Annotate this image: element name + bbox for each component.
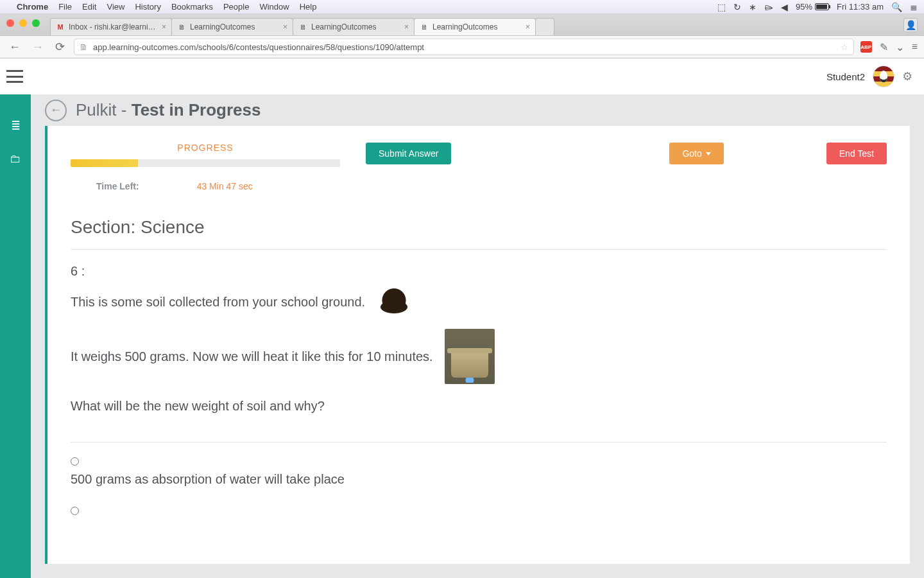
page-favicon-icon: 🗎 — [420, 22, 429, 31]
battery-status[interactable]: 95% — [796, 2, 829, 12]
page-back-button[interactable]: ← — [45, 100, 67, 121]
progress-label: PROGRESS — [71, 143, 340, 153]
end-test-label: End Test — [839, 148, 874, 159]
address-bar[interactable]: 🗎 app.learning-outcomes.com/schools/6/co… — [74, 39, 854, 55]
option-label-1: 500 grams as absorption of water will ta… — [71, 472, 887, 487]
page-title: Pulkit - Test in Progress — [76, 100, 261, 120]
answer-options: 500 grams as absorption of water will ta… — [71, 457, 887, 519]
menu-people[interactable]: People — [223, 2, 249, 12]
spotlight-icon[interactable]: 🔍 — [891, 2, 902, 12]
rail-folder-icon[interactable]: 🗀 — [10, 152, 21, 166]
page-title-bold: Test in Progress — [132, 100, 261, 119]
browser-tab[interactable]: 🗎 LearningOutcomes × — [171, 18, 293, 35]
sidebar-toggle-button[interactable] — [6, 70, 23, 83]
side-rail: ≣ 🗀 — [0, 94, 31, 578]
gmail-favicon-icon: M — [56, 22, 65, 31]
url-text: app.learning-outcomes.com/schools/6/cont… — [93, 42, 835, 52]
tab-title: LearningOutcomes — [432, 22, 522, 31]
menu-window[interactable]: Window — [259, 2, 289, 12]
tab-close-icon[interactable]: × — [162, 22, 166, 31]
nav-reload-button[interactable]: ⟳ — [53, 39, 67, 55]
tab-title: Inbox - rishi.kar@learning- — [69, 22, 158, 31]
question-line-2: It weighs 500 grams. Now we will heat it… — [71, 346, 433, 367]
tab-close-icon[interactable]: × — [283, 22, 287, 31]
volume-icon[interactable]: ◀ — [781, 2, 788, 12]
browser-tab-active[interactable]: 🗎 LearningOutcomes × — [414, 18, 536, 35]
menu-history[interactable]: History — [135, 2, 160, 12]
adblock-extension-icon[interactable]: ABP — [860, 41, 872, 53]
divider — [71, 249, 887, 250]
divider — [71, 442, 887, 442]
submit-answer-button[interactable]: Submit Answer — [366, 143, 451, 164]
wifi-icon[interactable]: ⌲ — [764, 2, 773, 12]
tab-close-icon[interactable]: × — [404, 22, 409, 31]
heating-pot-image — [445, 329, 495, 384]
timemachine-icon[interactable]: ↻ — [733, 2, 741, 12]
progress-bar — [71, 159, 340, 167]
option-radio-1[interactable] — [71, 457, 79, 466]
notification-center-icon[interactable]: ≣ — [910, 2, 918, 12]
browser-tab[interactable]: M Inbox - rishi.kar@learning- × — [50, 18, 172, 35]
progress-fill — [71, 159, 138, 167]
goto-label: Goto — [682, 148, 701, 159]
macos-menubar: Chrome File Edit View History Bookmarks … — [0, 0, 924, 14]
rail-list-icon[interactable]: ≣ — [11, 119, 21, 133]
username-label: Student2 — [826, 71, 865, 82]
menu-view[interactable]: View — [107, 2, 124, 12]
menu-edit[interactable]: Edit — [82, 2, 96, 12]
site-info-icon[interactable]: 🗎 — [80, 42, 88, 52]
question-line-1: This is some soil collected from your sc… — [71, 292, 365, 312]
menu-help[interactable]: Help — [300, 2, 317, 12]
tab-title: LearningOutcomes — [311, 22, 400, 31]
menu-bookmarks[interactable]: Bookmarks — [171, 2, 213, 12]
window-minimize-button[interactable] — [19, 19, 27, 27]
new-tab-button[interactable] — [535, 18, 554, 35]
chrome-toolbar: ← → ⟳ 🗎 app.learning-outcomes.com/school… — [0, 35, 924, 58]
window-zoom-button[interactable] — [32, 19, 40, 27]
goto-dropdown-button[interactable]: Goto — [669, 143, 723, 164]
page-header: ← Pulkit - Test in Progress — [31, 94, 924, 126]
chrome-menu-icon[interactable]: ≡ — [912, 41, 918, 53]
submit-answer-label: Submit Answer — [379, 148, 438, 159]
browser-tab[interactable]: 🗎 LearningOutcomes × — [293, 18, 415, 35]
battery-icon — [815, 3, 829, 10]
nav-forward-button[interactable]: → — [30, 39, 46, 55]
tab-close-icon[interactable]: × — [526, 22, 530, 31]
time-left-value: 43 Min 47 sec — [197, 181, 253, 191]
window-controls — [6, 19, 40, 27]
menu-file[interactable]: File — [58, 2, 72, 12]
evernote-extension-icon[interactable]: ✎ — [880, 41, 888, 53]
end-test-button[interactable]: End Test — [826, 143, 887, 164]
chrome-tabstrip: M Inbox - rishi.kar@learning- × 🗎 Learni… — [0, 14, 924, 35]
section-title: Section: Science — [71, 217, 887, 238]
clock[interactable]: Fri 11:33 am — [837, 2, 884, 12]
option-radio-2[interactable] — [71, 507, 79, 515]
content-card: PROGRESS Submit Answer Goto End Test Tim… — [45, 126, 910, 564]
time-left-label: Time Left: — [96, 181, 139, 191]
bookmark-star-icon[interactable]: ☆ — [841, 42, 848, 52]
dropbox-icon[interactable]: ⬚ — [717, 2, 726, 12]
page-favicon-icon: 🗎 — [298, 22, 307, 31]
settings-gear-icon[interactable]: ⚙ — [902, 69, 912, 83]
caret-down-icon — [706, 152, 711, 155]
page-title-prefix: Pulkit - — [76, 100, 132, 119]
tab-title: LearningOutcomes — [190, 22, 279, 31]
battery-percent: 95% — [796, 2, 812, 12]
app-topbar: Student2 ⚙ — [0, 58, 924, 94]
app-name[interactable]: Chrome — [17, 2, 48, 12]
chrome-profile-button[interactable]: 👤 — [903, 18, 918, 32]
bluetooth-icon[interactable]: ∗ — [749, 2, 757, 12]
nav-back-button[interactable]: ← — [6, 39, 23, 55]
question-line-3: What will be the new weight of soil and … — [71, 396, 325, 416]
soil-image — [377, 286, 411, 317]
avatar[interactable] — [873, 66, 894, 87]
page-favicon-icon: 🗎 — [177, 22, 186, 31]
pocket-extension-icon[interactable]: ⌄ — [896, 41, 904, 53]
window-close-button[interactable] — [6, 19, 14, 27]
question-number: 6 : — [71, 264, 887, 279]
